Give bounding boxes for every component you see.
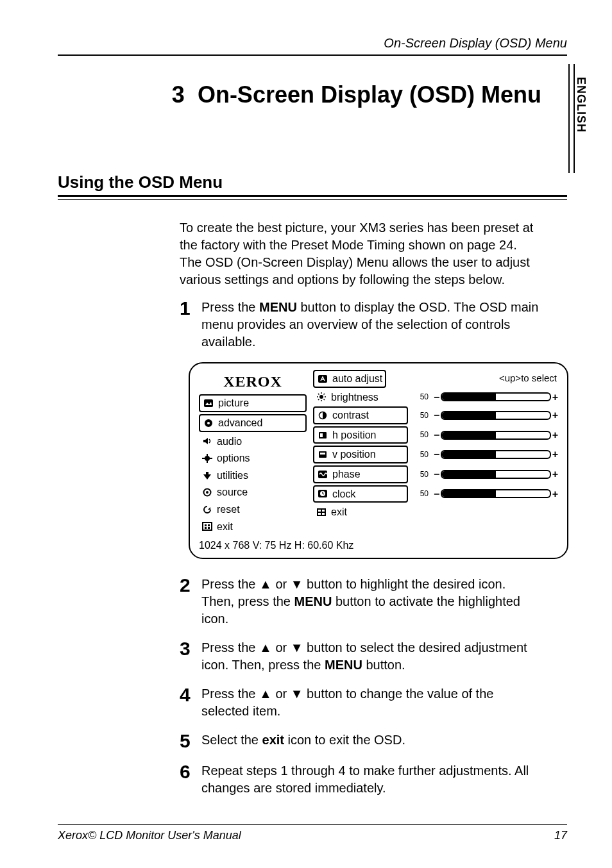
svg-rect-32 bbox=[318, 510, 321, 512]
osd-cat-picture[interactable]: picture bbox=[199, 394, 307, 412]
step-number: 5 bbox=[180, 731, 201, 751]
osd-cat-reset[interactable]: reset bbox=[199, 502, 307, 517]
osd-item-label: exit bbox=[331, 505, 347, 519]
osd-value: 50 bbox=[413, 430, 429, 440]
svg-rect-35 bbox=[322, 513, 325, 515]
plus-icon: + bbox=[552, 390, 558, 405]
hposition-icon bbox=[317, 431, 328, 440]
osd-row-exit[interactable]: exit bbox=[313, 505, 558, 520]
osd-cat-source[interactable]: source bbox=[199, 485, 307, 500]
svg-rect-33 bbox=[322, 510, 325, 512]
svg-line-20 bbox=[324, 399, 325, 401]
language-tab: ENGLISH bbox=[574, 77, 588, 133]
osd-slider[interactable]: −+ bbox=[434, 447, 558, 462]
osd-cat-exit[interactable]: exit bbox=[199, 519, 307, 535]
step-1: 1 Press the MENU button to display the O… bbox=[180, 299, 541, 351]
svg-rect-0 bbox=[204, 399, 213, 407]
svg-rect-10 bbox=[208, 524, 210, 526]
minus-icon: − bbox=[434, 428, 439, 442]
vposition-icon bbox=[317, 450, 328, 459]
osd-settings: auto adjust <up>to select brightness 50 … bbox=[313, 370, 558, 536]
osd-item-label: clock bbox=[332, 487, 355, 501]
step-4: 4 Press the ▲ or ▼ button to change the … bbox=[180, 685, 541, 720]
step-post: icon to exit the OSD. bbox=[284, 733, 405, 747]
utilities-icon bbox=[201, 471, 213, 480]
minus-icon: − bbox=[434, 467, 439, 481]
step-text: Select the exit icon to exit the OSD. bbox=[201, 731, 541, 751]
minus-icon: − bbox=[434, 487, 439, 501]
osd-row-brightness[interactable]: brightness 50 −+ bbox=[313, 390, 558, 405]
osd-cat-options[interactable]: options bbox=[199, 451, 307, 466]
step-bold: MENU bbox=[259, 300, 297, 314]
osd-row-hposition[interactable]: h position 50 −+ bbox=[313, 426, 558, 444]
clock-icon bbox=[317, 489, 328, 498]
step-6: 6 Repeat steps 1 through 4 to make furth… bbox=[180, 762, 541, 797]
osd-slider[interactable]: −+ bbox=[434, 467, 558, 481]
osd-item-label: h position bbox=[332, 428, 377, 442]
svg-rect-12 bbox=[208, 527, 210, 529]
page-footer: Xerox© LCD Monitor User's Manual 17 bbox=[58, 824, 567, 842]
plus-icon: + bbox=[552, 447, 558, 462]
svg-rect-11 bbox=[205, 527, 207, 529]
svg-rect-27 bbox=[320, 453, 325, 455]
osd-item-label: contrast bbox=[332, 408, 369, 422]
plus-icon: + bbox=[552, 467, 558, 481]
osd-row-clock[interactable]: clock 50 −+ bbox=[313, 485, 558, 503]
osd-slider[interactable]: −+ bbox=[434, 428, 558, 442]
osd-slider[interactable]: −+ bbox=[434, 408, 558, 422]
svg-point-2 bbox=[207, 422, 210, 424]
step-pre: Select the bbox=[201, 733, 262, 747]
step-bold: MENU bbox=[325, 658, 362, 672]
osd-brand: XEROX bbox=[199, 370, 307, 394]
step-number: 1 bbox=[180, 299, 201, 351]
minus-icon: − bbox=[434, 408, 439, 422]
audio-icon bbox=[201, 437, 213, 446]
svg-point-7 bbox=[206, 491, 208, 494]
osd-row-phase[interactable]: phase 50 −+ bbox=[313, 465, 558, 483]
phase-icon bbox=[317, 470, 328, 479]
osd-panel: XEROX picture advanced audio options uti… bbox=[189, 362, 568, 559]
osd-slider[interactable]: −+ bbox=[434, 390, 558, 405]
osd-slider[interactable]: −+ bbox=[434, 487, 558, 501]
minus-icon: − bbox=[434, 390, 439, 405]
svg-rect-9 bbox=[205, 524, 207, 526]
step-2: 2 Press the ▲ or ▼ button to highlight t… bbox=[180, 576, 541, 628]
svg-line-19 bbox=[318, 394, 319, 395]
step-pre: Press the ▲ or ▼ button to change the va… bbox=[201, 687, 493, 718]
plus-icon: + bbox=[552, 408, 558, 422]
step-number: 3 bbox=[180, 639, 201, 674]
minus-icon: − bbox=[434, 447, 439, 462]
osd-auto-adjust[interactable]: auto adjust bbox=[313, 370, 386, 388]
chapter-title: 3 On-Screen Display (OSD) Menu bbox=[58, 81, 541, 108]
intro-paragraph: To create the best picture, your XM3 ser… bbox=[180, 219, 541, 288]
svg-rect-5 bbox=[202, 458, 212, 459]
osd-item-label: v position bbox=[332, 447, 376, 462]
plus-icon: + bbox=[552, 487, 558, 501]
svg-rect-31 bbox=[317, 508, 326, 516]
step-bold: exit bbox=[262, 733, 284, 747]
svg-line-21 bbox=[318, 399, 319, 401]
osd-cat-utilities[interactable]: utilities bbox=[199, 468, 307, 483]
osd-cat-audio[interactable]: audio bbox=[199, 434, 307, 449]
osd-cat-label: options bbox=[217, 451, 250, 465]
step-number: 2 bbox=[180, 576, 201, 628]
brightness-icon bbox=[316, 392, 327, 401]
osd-row-contrast[interactable]: contrast 50 −+ bbox=[313, 406, 558, 424]
step-text: Press the ▲ or ▼ button to select the de… bbox=[201, 639, 541, 674]
step-post: button. bbox=[362, 658, 405, 672]
osd-cat-label: advanced bbox=[218, 416, 262, 430]
section-rule bbox=[58, 195, 567, 200]
step-pre: Press the bbox=[201, 300, 259, 314]
osd-cat-advanced[interactable]: advanced bbox=[199, 414, 307, 432]
step-text: Press the ▲ or ▼ button to change the va… bbox=[201, 685, 541, 720]
step-5: 5 Select the exit icon to exit the OSD. bbox=[180, 731, 541, 751]
top-rule bbox=[58, 54, 567, 56]
side-rule bbox=[568, 64, 570, 173]
step-3: 3 Press the ▲ or ▼ button to select the … bbox=[180, 639, 541, 674]
osd-cat-label: utilities bbox=[217, 469, 248, 483]
step-number: 6 bbox=[180, 762, 201, 797]
step-number: 4 bbox=[180, 685, 201, 720]
osd-row-vposition[interactable]: v position 50 −+ bbox=[313, 446, 558, 463]
running-head: On-Screen Display (OSD) Menu bbox=[58, 36, 567, 51]
osd-cat-label: picture bbox=[218, 396, 249, 410]
